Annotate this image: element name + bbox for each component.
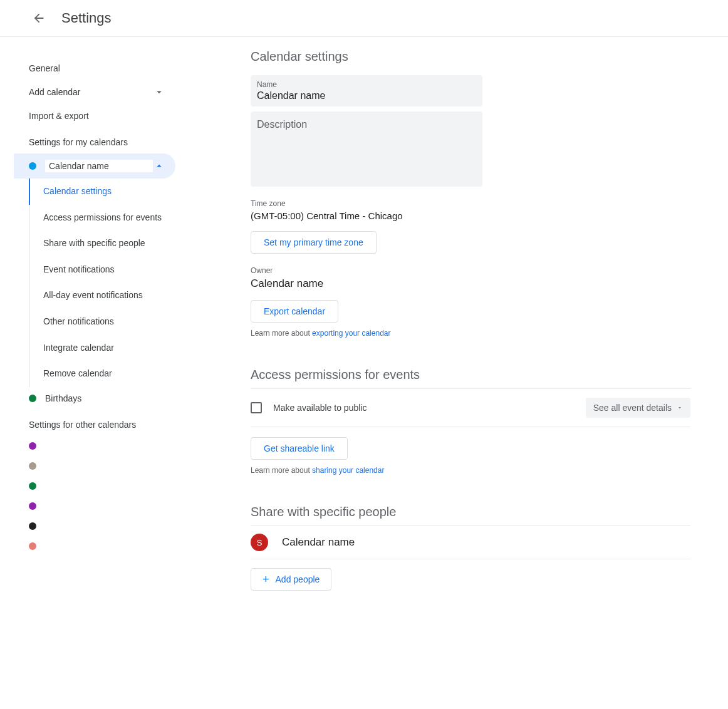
section-other-calendars: Settings for other calendars bbox=[26, 410, 175, 436]
export-calendar-button[interactable]: Export calendar bbox=[251, 300, 338, 323]
learn-sharing-link[interactable]: sharing your calendar bbox=[312, 466, 384, 475]
sidebar-calendar-birthdays[interactable]: Birthdays bbox=[26, 387, 175, 410]
timezone-label: Time zone bbox=[251, 199, 690, 208]
arrow-left-icon bbox=[32, 11, 46, 25]
name-field[interactable]: Name Calendar name bbox=[251, 75, 482, 106]
make-public-checkbox[interactable] bbox=[251, 402, 262, 413]
learn-export-prefix: Learn more about bbox=[251, 329, 312, 338]
nav-add-calendar[interactable]: Add calendar bbox=[26, 80, 175, 105]
share-title: Share with specific people bbox=[251, 505, 690, 526]
calendar-settings-title: Calendar settings bbox=[251, 49, 690, 64]
description-placeholder: Description bbox=[257, 119, 476, 130]
owner-label: Owner bbox=[251, 266, 690, 275]
selected-calendar-label: Calendar name bbox=[45, 160, 153, 172]
page-title: Settings bbox=[61, 10, 112, 26]
plus-icon: + bbox=[263, 574, 269, 585]
chevron-up-icon bbox=[153, 160, 165, 172]
subnav-access-permissions[interactable]: Access permissions for events bbox=[29, 205, 175, 231]
calendar-color-dot bbox=[29, 395, 36, 402]
avatar: S bbox=[251, 534, 268, 551]
learn-export-link[interactable]: exporting your calendar bbox=[312, 329, 390, 338]
name-label: Name bbox=[257, 80, 476, 89]
learn-sharing-prefix: Learn more about bbox=[251, 466, 312, 475]
shared-person-row: S Calendar name bbox=[251, 526, 690, 559]
calendar-color-dot bbox=[29, 522, 36, 530]
nav-import-export[interactable]: Import & export bbox=[26, 105, 175, 127]
sidebar-other-calendar[interactable] bbox=[26, 436, 175, 456]
back-button[interactable] bbox=[31, 11, 46, 26]
nav-general[interactable]: General bbox=[26, 57, 175, 80]
name-value: Calendar name bbox=[257, 90, 476, 101]
learn-export: Learn more about exporting your calendar bbox=[251, 329, 690, 338]
section-access-permissions: Access permissions for events Make avail… bbox=[251, 368, 690, 475]
learn-sharing: Learn more about sharing your calendar bbox=[251, 466, 690, 475]
sidebar-other-calendar[interactable] bbox=[26, 476, 175, 496]
calendar-color-dot bbox=[29, 542, 36, 550]
get-shareable-link-button[interactable]: Get shareable link bbox=[251, 437, 348, 460]
nav-import-export-label: Import & export bbox=[29, 111, 89, 121]
timezone-value: (GMT-05:00) Central Time - Chicago bbox=[251, 210, 690, 221]
subnav-calendar-settings[interactable]: Calendar settings bbox=[29, 179, 175, 205]
add-people-button[interactable]: + Add people bbox=[251, 568, 331, 591]
dropdown-caret-icon bbox=[677, 405, 683, 411]
owner-value: Calendar name bbox=[251, 277, 690, 290]
description-field[interactable]: Description bbox=[251, 111, 482, 187]
calendar-color-dot bbox=[29, 502, 36, 510]
sidebar-other-calendar[interactable] bbox=[26, 456, 175, 476]
visibility-dropdown[interactable]: See all event details bbox=[586, 398, 690, 418]
sidebar-other-calendar[interactable] bbox=[26, 496, 175, 516]
calendar-color-dot bbox=[29, 462, 36, 470]
sidebar: General Add calendar Import & export Set… bbox=[0, 49, 175, 646]
access-title: Access permissions for events bbox=[251, 368, 690, 389]
section-share-specific: Share with specific people S Calendar na… bbox=[251, 505, 690, 591]
subnav-allday-notifications[interactable]: All-day event notifications bbox=[29, 282, 175, 309]
nav-add-calendar-label: Add calendar bbox=[29, 87, 81, 97]
visibility-dropdown-label: See all event details bbox=[593, 403, 672, 413]
calendar-color-dot bbox=[29, 162, 36, 170]
shared-person-name: Calendar name bbox=[282, 536, 355, 549]
subnav-remove[interactable]: Remove calendar bbox=[29, 361, 175, 387]
subnav-event-notifications[interactable]: Event notifications bbox=[29, 257, 175, 283]
sidebar-other-calendar[interactable] bbox=[26, 536, 175, 556]
section-my-calendars: Settings for my calendars bbox=[26, 127, 175, 153]
header: Settings bbox=[0, 0, 728, 37]
add-people-label: Add people bbox=[276, 574, 320, 584]
calendar-color-dot bbox=[29, 442, 36, 450]
make-public-row: Make available to public See all event d… bbox=[251, 389, 690, 427]
subnav-share-specific[interactable]: Share with specific people bbox=[29, 230, 175, 257]
sidebar-other-calendar[interactable] bbox=[26, 516, 175, 536]
set-primary-timezone-button[interactable]: Set my primary time zone bbox=[251, 231, 377, 254]
sidebar-calendar-selected[interactable]: Calendar name bbox=[14, 153, 175, 179]
nav-general-label: General bbox=[29, 63, 60, 73]
make-public-label: Make available to public bbox=[273, 403, 367, 413]
birthdays-label: Birthdays bbox=[45, 393, 165, 403]
section-calendar-settings: Calendar settings Name Calendar name Des… bbox=[251, 49, 690, 338]
chevron-down-icon bbox=[153, 86, 165, 98]
subnav-integrate[interactable]: Integrate calendar bbox=[29, 335, 175, 361]
sub-nav: Calendar settings Access permissions for… bbox=[29, 179, 175, 387]
content: Calendar settings Name Calendar name Des… bbox=[175, 49, 728, 646]
subnav-other-notifications[interactable]: Other notifications bbox=[29, 309, 175, 335]
calendar-color-dot bbox=[29, 482, 36, 490]
